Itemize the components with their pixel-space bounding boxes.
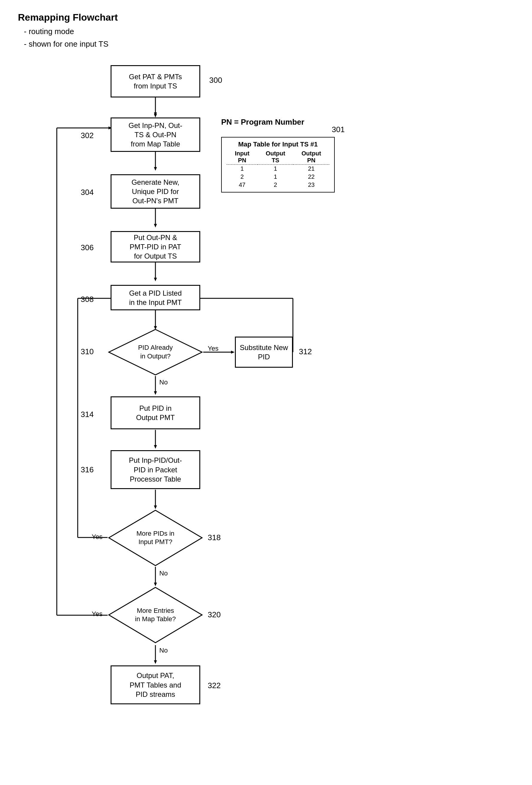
node-310: PID Already in Output? — [108, 328, 203, 376]
page-title: Remapping Flowchart — [18, 12, 514, 23]
ref-304: 304 — [81, 188, 94, 197]
svg-marker-8 — [154, 278, 157, 281]
node-302: Get Inp-PN, Out- TS & Out-PN from Map Ta… — [110, 118, 200, 152]
svg-marker-4 — [154, 167, 157, 171]
svg-marker-20 — [154, 445, 157, 449]
no-320: No — [159, 647, 168, 654]
ref-318: 318 — [208, 533, 221, 542]
ref-302: 302 — [81, 131, 94, 140]
pn-ref: 301 — [332, 125, 345, 134]
yes-318: Yes — [92, 533, 102, 541]
svg-marker-1 — [154, 112, 157, 116]
node-322: Output PAT, PMT Tables and PID streams — [110, 665, 200, 704]
ref-310: 310 — [81, 347, 94, 356]
ref-322: 322 — [208, 681, 221, 690]
svg-marker-18 — [154, 391, 157, 395]
svg-marker-12 — [231, 351, 235, 354]
svg-marker-33 — [154, 660, 157, 664]
ref-300: 300 — [209, 76, 222, 85]
node-312: Substitute New PID — [235, 337, 293, 368]
svg-marker-27 — [154, 583, 157, 586]
node-308: Get a PID Listed in the Input PMT — [110, 285, 200, 310]
svg-marker-6 — [154, 224, 157, 227]
ref-308: 308 — [81, 295, 94, 304]
no-310: No — [159, 378, 168, 386]
no-318: No — [159, 569, 168, 577]
ref-316: 316 — [81, 465, 94, 474]
node-318: More PIDs in Input PMT? — [108, 509, 203, 567]
node-304: Generate New, Unique PID for Out-PN's PM… — [110, 174, 200, 209]
node-316: Put Inp-PID/Out- PID in Packet Processor… — [110, 450, 200, 489]
node-306: Put Out-PN & PMT-PID in PAT for Output T… — [110, 231, 200, 262]
subtitle: - routing mode - shown for one input TS — [24, 25, 514, 50]
ref-312: 312 — [299, 347, 312, 356]
svg-marker-2 — [154, 114, 157, 118]
yes-320: Yes — [92, 610, 102, 618]
yes-310: Yes — [208, 345, 219, 352]
node-300: Get PAT & PMTs from Input TS — [110, 65, 200, 98]
node-314: Put PID in Output PMT — [110, 397, 200, 429]
ref-306: 306 — [81, 243, 94, 252]
map-table: Map Table for Input TS #1 Input PN Outpu… — [221, 137, 335, 193]
ref-320: 320 — [208, 610, 221, 619]
node-320: More Entries in Map Table? — [108, 586, 203, 644]
pn-label: PN = Program Number — [221, 118, 304, 127]
ref-314: 314 — [81, 410, 94, 419]
svg-marker-22 — [154, 506, 157, 509]
